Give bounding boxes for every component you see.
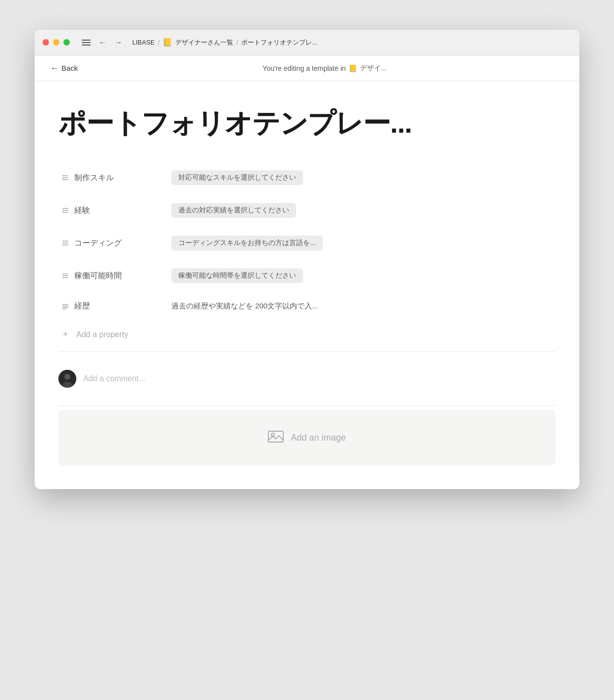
- traffic-light-red[interactable]: [43, 39, 49, 46]
- history-text: 過去の経歴や実績などを 200文字以内で入...: [171, 301, 318, 310]
- breadcrumb-designer-list[interactable]: デザイナーさん一覧: [175, 38, 233, 47]
- experience-tag[interactable]: 過去の対応実績を選択してください: [171, 203, 296, 218]
- image-icon: [268, 430, 284, 446]
- hours-icon: [58, 272, 72, 280]
- history-icon: [58, 302, 72, 310]
- svg-rect-31: [268, 431, 283, 442]
- add-property-plus-icon: +: [58, 329, 72, 340]
- toolbar-editing-notice: You're editing a template in 📒 デザイ...: [86, 64, 563, 73]
- properties-section: 制作スキル 対応可能なスキルを選択してください: [58, 162, 556, 348]
- editing-notice-text: You're editing a template in: [262, 64, 346, 72]
- svg-point-16: [63, 243, 64, 244]
- breadcrumb-emoji-1: 📒: [162, 38, 172, 47]
- property-row-hours: 稼働可能時間 稼働可能な時間帯を選択してください: [58, 260, 556, 291]
- editing-emoji: 📒: [349, 64, 357, 72]
- traffic-lights: [43, 39, 70, 46]
- back-label: Back: [61, 64, 78, 72]
- skill-icon: [58, 174, 72, 182]
- hours-value[interactable]: 稼働可能な時間帯を選択してください: [171, 268, 556, 283]
- svg-point-10: [63, 210, 64, 211]
- experience-label: 経験: [72, 205, 171, 216]
- property-row-coding: コーディング コーディングスキルをお持ちの方は言語を...: [58, 228, 556, 258]
- svg-point-3: [63, 175, 64, 176]
- divider-1: [58, 351, 556, 352]
- user-avatar: [58, 370, 76, 388]
- skill-tag[interactable]: 対応可能なスキルを選択してください: [171, 170, 303, 185]
- svg-point-5: [63, 179, 64, 180]
- toolbar: ← Back You're editing a template in 📒 デザ…: [35, 55, 579, 81]
- title-bar: ← → LIBASE / 📒 デザイナーさん一覧 / ポートフォリオテンプレ..…: [35, 30, 579, 55]
- svg-point-15: [63, 241, 64, 242]
- hours-label: 稼働可能時間: [72, 271, 171, 281]
- add-property-label: Add a property: [76, 330, 128, 339]
- experience-value[interactable]: 過去の対応実績を選択してください: [171, 203, 556, 218]
- svg-point-11: [63, 212, 64, 213]
- coding-value[interactable]: コーディングスキルをお持ちの方は言語を...: [171, 236, 556, 250]
- forward-nav-arrow[interactable]: →: [112, 37, 124, 48]
- coding-icon: [58, 239, 72, 247]
- skill-value[interactable]: 対応可能なスキルを選択してください: [171, 170, 556, 185]
- svg-point-17: [63, 245, 64, 246]
- svg-point-4: [63, 177, 64, 178]
- traffic-light-green[interactable]: [63, 39, 70, 46]
- coding-tag[interactable]: コーディングスキルをお持ちの方は言語を...: [171, 236, 323, 250]
- svg-point-9: [63, 208, 64, 209]
- history-value[interactable]: 過去の経歴や実績などを 200文字以内で入...: [171, 301, 556, 311]
- history-label: 経歴: [72, 301, 171, 311]
- breadcrumb: LIBASE / 📒 デザイナーさん一覧 / ポートフォリオテンプレ...: [132, 38, 317, 47]
- image-label: Add an image: [291, 433, 346, 443]
- title-bar-controls: ← →: [80, 37, 124, 48]
- breadcrumb-portfolio-template[interactable]: ポートフォリオテンプレ...: [241, 38, 317, 47]
- page-title: ポートフォリオテンプレー...: [58, 105, 556, 143]
- image-section[interactable]: Add an image: [58, 410, 556, 465]
- coding-label: コーディング: [72, 238, 171, 249]
- main-content: ポートフォリオテンプレー... 制作スキル 対応可能なスキ: [35, 81, 579, 489]
- property-row-skill: 制作スキル 対応可能なスキルを選択してください: [58, 162, 556, 193]
- comment-input[interactable]: Add a comment...: [83, 374, 145, 383]
- divider-2: [58, 405, 556, 406]
- property-row-history: 経歴 過去の経歴や実績などを 200文字以内で入...: [58, 293, 556, 319]
- comment-section: Add a comment...: [58, 356, 556, 401]
- breadcrumb-libase[interactable]: LIBASE: [132, 39, 155, 46]
- experience-icon: [58, 206, 72, 214]
- editing-location: デザイ...: [360, 64, 387, 73]
- hamburger-icon[interactable]: [80, 38, 93, 48]
- back-button[interactable]: ← Back: [51, 64, 78, 73]
- traffic-light-yellow[interactable]: [53, 39, 59, 46]
- property-row-experience: 経験 過去の対応実績を選択してください: [58, 195, 556, 226]
- add-property-button[interactable]: + Add a property: [58, 321, 556, 348]
- app-window: ← → LIBASE / 📒 デザイナーさん一覧 / ポートフォリオテンプレ..…: [35, 30, 579, 489]
- skill-label: 制作スキル: [72, 173, 171, 183]
- back-arrow-icon: ←: [51, 64, 58, 73]
- svg-point-21: [63, 273, 64, 274]
- svg-point-23: [63, 277, 64, 278]
- svg-point-29: [64, 374, 70, 380]
- svg-point-22: [63, 275, 64, 276]
- hours-tag[interactable]: 稼働可能な時間帯を選択してください: [171, 268, 303, 283]
- back-nav-arrow[interactable]: ←: [97, 37, 108, 48]
